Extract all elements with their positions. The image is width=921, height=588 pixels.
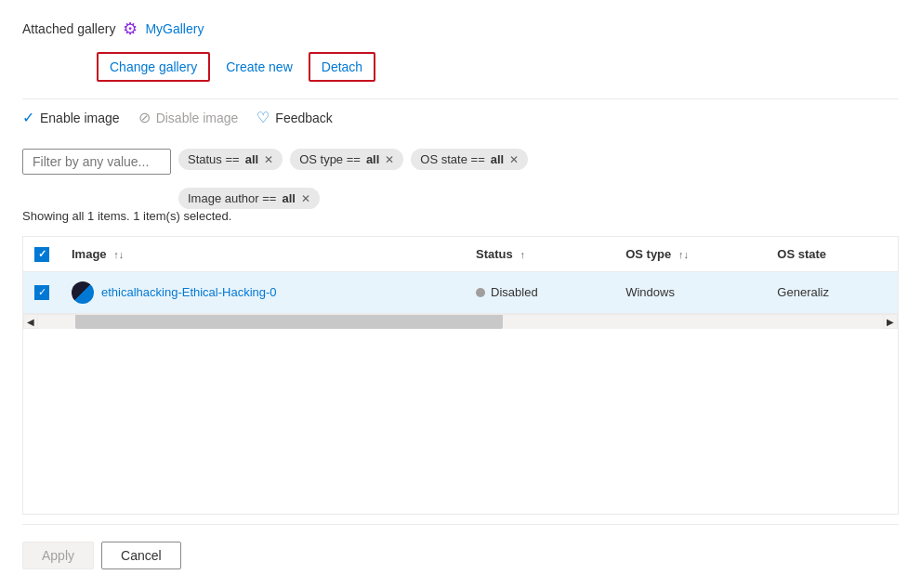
image-name-cell: ethicalhacking-Ethical-Hacking-0 — [60, 271, 465, 313]
feedback-label: Feedback — [275, 111, 332, 125]
imageauthor-chip-value: all — [282, 191, 295, 205]
disable-image-label: Disable image — [156, 111, 239, 125]
status-value: Disabled — [491, 285, 538, 299]
imageauthor-filter-chip[interactable]: Image author == all ✕ — [178, 188, 320, 209]
table-container: ✓ Image ↑↓ Status ↑ OS type ↑↓ — [22, 236, 899, 515]
create-new-button[interactable]: Create new — [214, 53, 305, 81]
filter-input[interactable] — [22, 149, 171, 175]
status-filter-chip[interactable]: Status == all ✕ — [178, 149, 283, 170]
status-dot — [476, 288, 485, 297]
osstate-chip-close[interactable]: ✕ — [509, 154, 519, 165]
gallery-header: Attached gallery ⚙ MyGallery — [22, 19, 899, 39]
feedback-toolbar-item[interactable]: ♡ Feedback — [257, 109, 332, 126]
select-all-checkbox[interactable]: ✓ — [34, 247, 49, 262]
image-link[interactable]: ethicalhacking-Ethical-Hacking-0 — [101, 285, 277, 299]
horizontal-scrollbar[interactable]: ◀ ▶ — [23, 314, 898, 329]
checkmark-icon: ✓ — [22, 109, 34, 126]
status-line: Showing all 1 items. 1 item(s) selected. — [22, 209, 899, 223]
row-checkbox-cell[interactable]: ✓ — [23, 271, 60, 313]
column-osstate-label: OS state — [777, 247, 826, 261]
filter-bar: Status == all ✕ OS type == all ✕ OS stat… — [22, 149, 899, 175]
table-row: ✓ ethicalhacking-Ethical-Hacking-0 Disab… — [23, 271, 898, 313]
column-header-image[interactable]: Image ↑↓ — [60, 237, 465, 271]
gallery-label: Attached gallery — [22, 21, 115, 36]
heart-icon: ♡ — [257, 109, 270, 126]
ostype-chip-close[interactable]: ✕ — [385, 154, 394, 165]
column-ostype-label: OS type — [625, 247, 671, 261]
cancel-button[interactable]: Cancel — [101, 542, 181, 569]
ostype-cell: Windows — [614, 271, 766, 313]
osstate-chip-value: all — [491, 152, 504, 166]
change-gallery-button[interactable]: Change gallery — [97, 52, 210, 82]
column-header-status[interactable]: Status ↑ — [465, 237, 614, 271]
status-chip-label: Status == — [188, 152, 240, 166]
column-header-osstate[interactable]: OS state — [766, 237, 898, 271]
ostype-chip-value: all — [366, 152, 379, 166]
bottom-action-bar: Apply Cancel — [22, 524, 899, 588]
ostype-sort-icon: ↑↓ — [678, 249, 689, 260]
detach-button[interactable]: Detach — [309, 52, 375, 82]
column-status-label: Status — [476, 247, 513, 261]
scroll-left-arrow[interactable]: ◀ — [23, 314, 38, 329]
images-table: ✓ Image ↑↓ Status ↑ OS type ↑↓ — [23, 237, 898, 314]
scroll-track[interactable] — [38, 314, 883, 329]
gallery-icon: ⚙ — [123, 19, 138, 39]
image-thumbnail — [72, 281, 94, 304]
column-header-checkbox: ✓ — [23, 237, 60, 271]
scroll-thumb[interactable] — [75, 314, 503, 329]
row-checkbox[interactable]: ✓ — [34, 285, 49, 300]
ostype-filter-chip[interactable]: OS type == all ✕ — [290, 149, 403, 170]
apply-button: Apply — [22, 542, 94, 569]
status-chip-value: all — [245, 152, 258, 166]
disable-image-toolbar-item: ⊘ Disable image — [138, 109, 239, 126]
status-chip-close[interactable]: ✕ — [264, 154, 273, 165]
enable-image-toolbar-item[interactable]: ✓ Enable image — [22, 109, 120, 126]
filter-chips-row1: Status == all ✕ OS type == all ✕ OS stat… — [178, 149, 528, 170]
status-sort-icon: ↑ — [520, 249, 525, 260]
filter-chips-row2: Image author == all ✕ — [22, 188, 899, 209]
action-buttons: Change gallery Create new Detach — [22, 52, 899, 82]
ostype-chip-label: OS type == — [299, 152, 361, 166]
enable-image-label: Enable image — [40, 111, 120, 125]
column-image-label: Image — [72, 247, 107, 261]
gallery-name[interactable]: MyGallery — [145, 21, 204, 36]
osstate-filter-chip[interactable]: OS state == all ✕ — [411, 149, 528, 170]
osstate-cell: Generaliz — [766, 271, 898, 313]
imageauthor-chip-close[interactable]: ✕ — [301, 193, 310, 204]
status-cell: Disabled — [465, 271, 614, 313]
disable-icon: ⊘ — [138, 109, 151, 126]
column-header-ostype[interactable]: OS type ↑↓ — [614, 237, 766, 271]
imageauthor-chip-label: Image author == — [188, 191, 276, 205]
image-sort-icon: ↑↓ — [113, 249, 124, 260]
toolbar: ✓ Enable image ⊘ Disable image ♡ Feedbac… — [22, 98, 899, 136]
scroll-right-arrow[interactable]: ▶ — [883, 314, 898, 329]
osstate-chip-label: OS state == — [420, 152, 484, 166]
